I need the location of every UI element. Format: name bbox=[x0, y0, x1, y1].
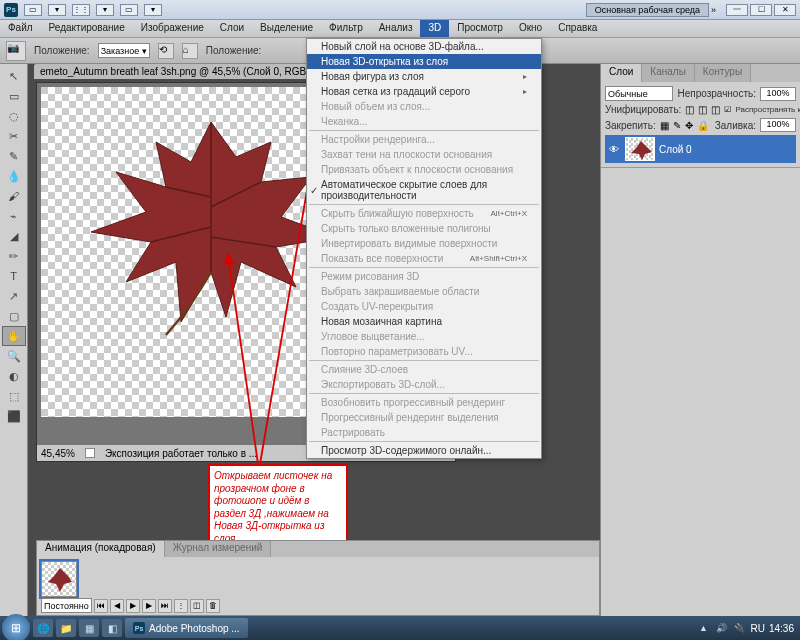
play-button[interactable]: ▶ bbox=[126, 599, 140, 613]
menu-item: Угловое выцветание... bbox=[307, 329, 541, 344]
tool-10[interactable]: T bbox=[2, 266, 26, 286]
menu-просмотр[interactable]: Просмотр bbox=[449, 20, 511, 37]
layer-thumbnail bbox=[625, 137, 655, 161]
opt-icon[interactable]: ⟲ bbox=[158, 43, 174, 59]
tab-animation[interactable]: Анимация (покадровая) bbox=[37, 541, 165, 557]
tool-1[interactable]: ▭ bbox=[2, 86, 26, 106]
tb-btn[interactable]: ▭ bbox=[24, 4, 42, 16]
tool-preset-icon[interactable]: 📷 bbox=[6, 41, 26, 61]
menu-item[interactable]: Новая сетка из градаций серого▸ bbox=[307, 84, 541, 99]
taskbar-icon[interactable]: 📁 bbox=[56, 619, 76, 637]
tool-5[interactable]: 💧 bbox=[2, 166, 26, 186]
menu-окно[interactable]: Окно bbox=[511, 20, 550, 37]
zoom-level[interactable]: 45,45% bbox=[41, 448, 75, 459]
tab-measurement[interactable]: Журнал измерений bbox=[165, 541, 272, 557]
tool-17[interactable]: ⬛ bbox=[2, 406, 26, 426]
menu-bar: ФайлРедактированиеИзображениеСлоиВыделен… bbox=[0, 20, 800, 38]
tb-btn[interactable]: ▾ bbox=[48, 4, 66, 16]
new-frame-button[interactable]: ◫ bbox=[190, 599, 204, 613]
tween-button[interactable]: ⋮ bbox=[174, 599, 188, 613]
tool-13[interactable]: ✋ bbox=[2, 326, 26, 346]
workspace-selector[interactable]: Основная рабочая среда bbox=[586, 3, 709, 17]
menu-выделение[interactable]: Выделение bbox=[252, 20, 321, 37]
menu-изображение[interactable]: Изображение bbox=[133, 20, 212, 37]
menu-item[interactable]: Просмотр 3D-содержимого онлайн... bbox=[307, 443, 541, 458]
taskbar-icon[interactable]: 🌐 bbox=[33, 619, 53, 637]
last-frame-button[interactable]: ⏭ bbox=[158, 599, 172, 613]
next-frame-button[interactable]: ▶ bbox=[142, 599, 156, 613]
menu-файл[interactable]: Файл bbox=[0, 20, 41, 37]
delete-frame-button[interactable]: 🗑 bbox=[206, 599, 220, 613]
lock-icon[interactable]: 🔒 bbox=[697, 120, 709, 131]
menu-слои[interactable]: Слои bbox=[212, 20, 252, 37]
menu-item[interactable]: Новая мозаичная картина bbox=[307, 314, 541, 329]
annotation-box: Открываем листочек на прозрачном фоне в … bbox=[208, 464, 348, 551]
taskbar-icon[interactable]: ▦ bbox=[79, 619, 99, 637]
taskbar-app-photoshop[interactable]: Ps Adobe Photoshop ... bbox=[125, 618, 248, 638]
first-frame-button[interactable]: ⏮ bbox=[94, 599, 108, 613]
minimize-button[interactable]: 一 bbox=[726, 4, 748, 16]
close-button[interactable]: ✕ bbox=[774, 4, 796, 16]
animation-frame[interactable]: 0 сек. bbox=[41, 561, 77, 597]
menu-item: Экспортировать 3D-слой... bbox=[307, 377, 541, 392]
tool-12[interactable]: ▢ bbox=[2, 306, 26, 326]
menu-3d[interactable]: 3D bbox=[420, 20, 449, 37]
menu-item: Показать все поверхностиAlt+Shift+Ctrl+X bbox=[307, 251, 541, 266]
visibility-icon[interactable]: 👁 bbox=[607, 142, 621, 156]
tool-2[interactable]: ◌ bbox=[2, 106, 26, 126]
opt-icon[interactable]: ⌂ bbox=[182, 43, 198, 59]
animation-panel: Анимация (покадровая) Журнал измерений 0… bbox=[36, 540, 600, 616]
lock-icon[interactable]: ▦ bbox=[660, 120, 669, 131]
status-text: Экспозиция работает только в ... bbox=[105, 448, 257, 459]
position-select[interactable]: Заказное ▾ bbox=[98, 43, 150, 58]
tb-btn[interactable]: ▾ bbox=[144, 4, 162, 16]
loop-select[interactable]: Постоянно bbox=[41, 598, 92, 613]
tool-15[interactable]: ◐ bbox=[2, 366, 26, 386]
menu-фильтр[interactable]: Фильтр bbox=[321, 20, 371, 37]
menu-справка[interactable]: Справка bbox=[550, 20, 605, 37]
prev-frame-button[interactable]: ◀ bbox=[110, 599, 124, 613]
tb-btn[interactable]: ▭ bbox=[120, 4, 138, 16]
layer-name: Слой 0 bbox=[659, 144, 692, 155]
tool-4[interactable]: ✎ bbox=[2, 146, 26, 166]
tool-6[interactable]: 🖌 bbox=[2, 186, 26, 206]
tab-layers[interactable]: Слои bbox=[601, 64, 642, 82]
tray-icon[interactable]: 🔊 bbox=[715, 621, 729, 635]
tab-channels[interactable]: Каналы bbox=[642, 64, 695, 82]
unify-icon[interactable]: ◫ bbox=[698, 104, 707, 115]
menu-item[interactable]: Новая 3D-открытка из слоя bbox=[307, 54, 541, 69]
tool-9[interactable]: ✏ bbox=[2, 246, 26, 266]
taskbar-icon[interactable]: ◧ bbox=[102, 619, 122, 637]
tab-paths[interactable]: Контуры bbox=[695, 64, 751, 82]
menu-item[interactable]: Новый слой на основе 3D-файла... bbox=[307, 39, 541, 54]
blend-mode-select[interactable]: Обычные bbox=[605, 86, 673, 101]
unify-icon[interactable]: ◫ bbox=[711, 104, 720, 115]
maximize-button[interactable]: ☐ bbox=[750, 4, 772, 16]
tray-icon[interactable]: ▲ bbox=[697, 621, 711, 635]
lock-icon[interactable]: ✥ bbox=[685, 120, 693, 131]
menu-анализ[interactable]: Анализ bbox=[371, 20, 421, 37]
menu-item[interactable]: ✓Автоматическое скрытие слоев для произв… bbox=[307, 177, 541, 203]
tb-btn[interactable]: ▾ bbox=[96, 4, 114, 16]
tb-btn[interactable]: ⋮⋮ bbox=[72, 4, 90, 16]
layer-row[interactable]: 👁 Слой 0 bbox=[605, 135, 796, 163]
tool-11[interactable]: ↗ bbox=[2, 286, 26, 306]
right-panels: Слои Каналы Контуры Обычные Непрозрачнос… bbox=[600, 64, 800, 616]
lock-icon[interactable]: ✎ bbox=[673, 120, 681, 131]
start-button[interactable]: ⊞ bbox=[2, 614, 30, 640]
opacity-input[interactable]: 100% bbox=[760, 87, 796, 101]
tool-3[interactable]: ✂ bbox=[2, 126, 26, 146]
menu-редактирование[interactable]: Редактирование bbox=[41, 20, 133, 37]
tray-icon[interactable]: 🔌 bbox=[733, 621, 747, 635]
tool-14[interactable]: 🔍 bbox=[2, 346, 26, 366]
document-tab[interactable]: emeto_Autumn breath leaf 3sh.png @ 45,5%… bbox=[34, 64, 340, 79]
fill-input[interactable]: 100% bbox=[760, 118, 796, 132]
tool-16[interactable]: ⬚ bbox=[2, 386, 26, 406]
tool-8[interactable]: ◢ bbox=[2, 226, 26, 246]
tool-7[interactable]: ⌁ bbox=[2, 206, 26, 226]
menu-item[interactable]: Новая фигура из слоя▸ bbox=[307, 69, 541, 84]
tray-lang[interactable]: RU bbox=[751, 623, 765, 634]
menu-item: Чеканка... bbox=[307, 114, 541, 129]
unify-icon[interactable]: ◫ bbox=[685, 104, 694, 115]
tool-0[interactable]: ↖ bbox=[2, 66, 26, 86]
